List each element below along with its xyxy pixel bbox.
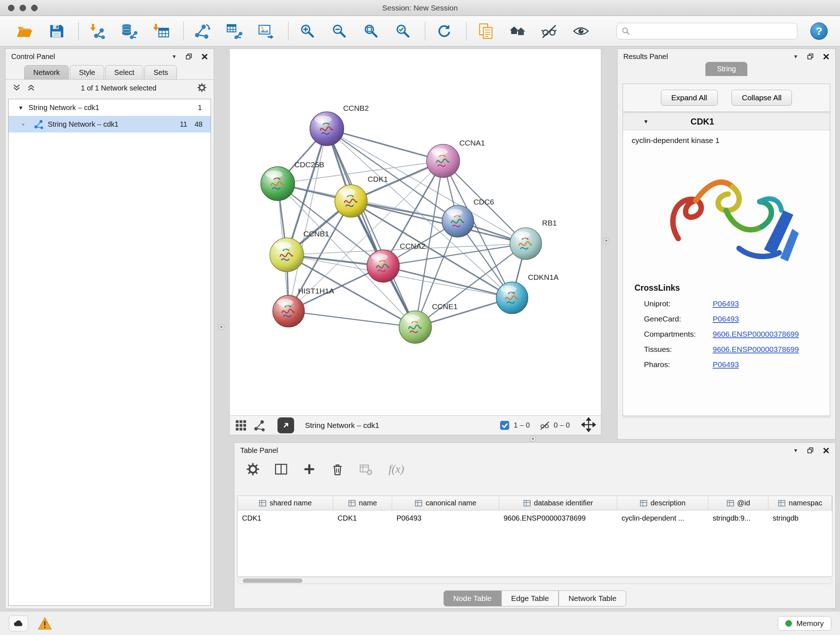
table-row[interactable]: CDK1 CDK1 P06493 9606.ENSP00000378699 cy… bbox=[238, 510, 832, 526]
open-session-button[interactable] bbox=[13, 19, 36, 43]
zoom-out-button[interactable] bbox=[328, 19, 351, 43]
tissues-link[interactable]: 9606.ENSP00000378699 bbox=[713, 345, 830, 354]
table-settings-gear-icon[interactable] bbox=[245, 462, 261, 477]
network-from-selection-button[interactable] bbox=[191, 19, 214, 43]
float-panel-icon[interactable] bbox=[807, 53, 814, 60]
cloud-button[interactable] bbox=[9, 616, 28, 631]
zoom-selected-button[interactable] bbox=[392, 19, 415, 43]
collapse-panel-icon[interactable]: ▼ bbox=[793, 54, 798, 59]
cell-database-identifier[interactable]: 9606.ENSP00000378699 bbox=[499, 510, 617, 526]
documents-button[interactable] bbox=[474, 19, 497, 43]
eye-button[interactable] bbox=[569, 19, 592, 43]
export-image-button[interactable] bbox=[255, 19, 278, 43]
network-table-icon bbox=[226, 22, 243, 40]
show-columns-icon[interactable] bbox=[273, 462, 289, 477]
column-header-name[interactable]: name bbox=[333, 496, 392, 510]
compartments-link[interactable]: 9606.ENSP00000378699 bbox=[713, 330, 830, 339]
tab-edge-table[interactable]: Edge Table bbox=[501, 591, 559, 606]
add-column-icon[interactable] bbox=[302, 462, 317, 477]
float-panel-icon[interactable] bbox=[185, 53, 193, 60]
network-table-button[interactable] bbox=[223, 19, 246, 43]
network-collection-row[interactable]: ▼ String Network – cdk1 1 bbox=[9, 99, 210, 116]
status-bar: Memory bbox=[0, 611, 840, 635]
gene-section-header[interactable]: ▼ CDK1 bbox=[623, 113, 830, 130]
scrollbar-thumb[interactable] bbox=[243, 578, 302, 583]
left-splitter-knob[interactable] bbox=[218, 324, 224, 330]
warning-button[interactable] bbox=[38, 616, 52, 631]
float-panel-icon[interactable] bbox=[807, 447, 814, 454]
gene-expander-icon[interactable]: ▼ bbox=[643, 119, 649, 125]
column-header-canonical-name[interactable]: canonical name bbox=[392, 496, 499, 510]
table-horizontal-scrollbar[interactable] bbox=[237, 578, 832, 584]
right-splitter-knob[interactable] bbox=[603, 238, 609, 244]
uniprot-link[interactable]: P06493 bbox=[713, 299, 830, 308]
column-type-icon bbox=[726, 499, 734, 507]
column-header-description[interactable]: description bbox=[617, 496, 708, 510]
close-panel-icon[interactable]: × bbox=[823, 447, 829, 454]
glasses-slash-button[interactable] bbox=[538, 19, 561, 43]
cell-name[interactable]: CDK1 bbox=[333, 510, 392, 526]
tab-string[interactable]: String bbox=[706, 62, 747, 76]
tab-style[interactable]: Style bbox=[70, 65, 104, 79]
cell-canonical-name[interactable]: P06493 bbox=[392, 510, 499, 526]
network-edge-CCNB2-CCNE1[interactable] bbox=[327, 129, 415, 327]
minimize-window-button[interactable] bbox=[19, 5, 26, 11]
cell-id[interactable]: stringdb:9... bbox=[708, 510, 768, 526]
delete-column-trash-icon[interactable] bbox=[330, 462, 345, 477]
function-builder-icon[interactable]: f(x) bbox=[388, 463, 404, 476]
tab-network-table[interactable]: Network Table bbox=[559, 591, 626, 606]
pan-crosshair-icon[interactable] bbox=[581, 417, 596, 433]
expand-all-button[interactable]: Expand All bbox=[661, 90, 718, 106]
expand-all-networks-icon[interactable] bbox=[12, 83, 21, 94]
open-in-browser-button[interactable] bbox=[278, 417, 294, 433]
import-network-database-button[interactable] bbox=[118, 19, 141, 43]
selected-checkbox-icon[interactable] bbox=[499, 420, 510, 431]
bottom-splitter-knob[interactable] bbox=[530, 436, 536, 442]
results-scrollbar[interactable] bbox=[622, 416, 830, 418]
tab-select[interactable]: Select bbox=[105, 65, 144, 79]
column-header-shared-name[interactable]: shared name bbox=[238, 496, 333, 510]
cell-namespace[interactable]: stringdb bbox=[768, 510, 832, 526]
double-home-button[interactable] bbox=[506, 19, 529, 43]
tab-sets[interactable]: Sets bbox=[144, 65, 177, 79]
tree-expander-icon[interactable]: ▼ bbox=[18, 105, 24, 111]
zoom-in-button[interactable] bbox=[296, 19, 319, 43]
collapse-all-networks-icon[interactable] bbox=[27, 83, 36, 94]
column-header-namespace[interactable]: namespac bbox=[768, 496, 832, 510]
hidden-eye-icon[interactable] bbox=[539, 420, 550, 431]
collapse-all-button[interactable]: Collapse All bbox=[731, 90, 792, 106]
cell-shared-name[interactable]: CDK1 bbox=[238, 510, 333, 526]
column-type-icon bbox=[348, 499, 356, 507]
tab-node-table[interactable]: Node Table bbox=[444, 591, 501, 606]
zoom-fit-button[interactable] bbox=[360, 19, 383, 43]
tab-network[interactable]: Network bbox=[24, 65, 69, 79]
import-table-button[interactable] bbox=[150, 19, 173, 43]
memory-button[interactable]: Memory bbox=[778, 616, 831, 631]
search-input[interactable] bbox=[633, 27, 793, 35]
network-options-gear-icon[interactable] bbox=[196, 82, 207, 95]
help-button[interactable]: ? bbox=[810, 22, 828, 40]
apply-preferred-layout-button[interactable] bbox=[433, 19, 456, 43]
network-edge-HIST1H1A-CCNE1[interactable] bbox=[289, 311, 415, 327]
collapse-panel-icon[interactable]: ▼ bbox=[793, 448, 798, 453]
zoom-window-button[interactable] bbox=[31, 5, 38, 11]
collapse-panel-icon[interactable]: ▼ bbox=[172, 54, 177, 59]
network-canvas[interactable]: CCNB2CCNA1CDC25BCDK1CDC6RB1CCNB1CCNA2CDK… bbox=[229, 49, 601, 416]
pharos-link[interactable]: P06493 bbox=[713, 360, 830, 369]
close-panel-icon[interactable]: × bbox=[201, 53, 208, 60]
toolbar-search[interactable] bbox=[616, 23, 797, 40]
genecard-link[interactable]: P06493 bbox=[713, 315, 830, 323]
column-header-id[interactable]: @id bbox=[708, 496, 768, 510]
node-table: shared name name canonical name database… bbox=[237, 496, 832, 577]
network-share-icon[interactable] bbox=[254, 419, 266, 432]
network-edge-CCNB2-HIST1H1A[interactable] bbox=[289, 129, 327, 311]
save-session-button[interactable] bbox=[45, 19, 68, 43]
table-type-tabs: Node Table Edge Table Network Table bbox=[234, 591, 835, 606]
close-panel-icon[interactable]: × bbox=[823, 53, 829, 60]
birds-eye-view-icon[interactable] bbox=[235, 419, 247, 432]
column-header-database-identifier[interactable]: database identifier bbox=[499, 496, 617, 510]
import-network-file-button[interactable] bbox=[86, 19, 109, 43]
cell-description[interactable]: cyclin-dependent ... bbox=[617, 510, 708, 526]
network-row-selected[interactable]: ● String Network – cdk1 11 48 bbox=[9, 116, 210, 133]
close-window-button[interactable] bbox=[8, 5, 14, 11]
